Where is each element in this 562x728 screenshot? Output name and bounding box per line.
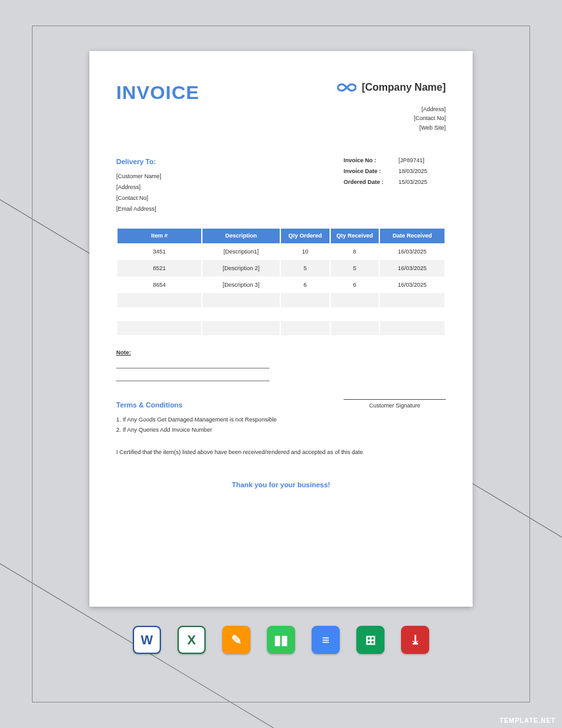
term-item: 1. If Any Goods Get Damaged Management i…	[116, 414, 277, 425]
signature-line	[344, 399, 446, 400]
invoice-page: INVOICE [Company Name] [Address] [Contac…	[89, 51, 473, 607]
table-row: 3451 [Description1] 10 8 16/03/2025	[118, 243, 444, 260]
company-contact: [Contact No]	[337, 114, 446, 123]
note-line	[116, 358, 270, 368]
table-row: 8654 [Description 3] 6 6 16/03/2025	[118, 277, 444, 293]
note-section: Note:	[116, 349, 446, 381]
excel-icon[interactable]: X	[178, 626, 206, 654]
delivery-title: Delivery To:	[116, 155, 162, 169]
table-header-row: Item # Description Qty Ordered Qty Recei…	[118, 229, 444, 243]
meta-value: 18/03/2025	[395, 166, 446, 177]
app-icon-row: WX✎▮▮≡⊞⤓	[0, 626, 562, 654]
word-icon[interactable]: W	[133, 626, 161, 654]
col-qty-received: Qty Received	[331, 229, 379, 243]
meta-value: 15/03/2025	[395, 177, 446, 188]
table-row	[118, 293, 444, 307]
term-item: 2. If Any Queries Add Invoice Number	[116, 425, 277, 435]
meta-label: Invoice No	[344, 155, 395, 166]
signature-block: Customer Signature	[344, 399, 446, 435]
meta-row: Ordered Date 15/03/2025	[344, 177, 446, 188]
pages-icon[interactable]: ✎	[222, 626, 250, 654]
meta-row: Invoice Date 18/03/2025	[344, 166, 446, 177]
terms-title: Terms & Conditions	[116, 399, 277, 412]
customer-address: [Address]	[116, 182, 162, 193]
signature-label: Customer Signature	[344, 402, 446, 409]
gdocs-icon[interactable]: ≡	[312, 626, 340, 654]
table-row	[118, 307, 444, 321]
company-website: [Web Site]	[337, 123, 446, 132]
thank-you: Thank you for your business!	[116, 481, 446, 489]
items-table: Item # Description Qty Ordered Qty Recei…	[116, 229, 446, 335]
header: INVOICE [Company Name] [Address] [Contac…	[116, 82, 446, 132]
gsheets-icon[interactable]: ⊞	[356, 626, 384, 654]
invoice-title: INVOICE	[116, 82, 199, 103]
company-block: [Company Name] [Address] [Contact No] [W…	[337, 82, 446, 132]
company-address: [Address]	[337, 105, 446, 114]
delivery-section: Delivery To: [Customer Name] [Address] […	[116, 155, 446, 215]
company-name: [Company Name]	[361, 82, 446, 93]
invoice-meta: Invoice No [JP89741] Invoice Date 18/03/…	[344, 155, 446, 215]
customer-contact: [Contact No]	[116, 193, 162, 204]
note-line	[116, 371, 270, 381]
table-row: 8521 [Description 2] 5 5 16/03/2025	[118, 260, 444, 277]
infinity-icon	[337, 82, 356, 93]
col-item: Item #	[118, 229, 201, 243]
col-qty-ordered: Qty Ordered	[281, 229, 330, 243]
customer-name: [Customer Name]	[116, 171, 162, 182]
numbers-icon[interactable]: ▮▮	[267, 626, 295, 654]
table-row	[118, 321, 444, 335]
meta-label: Ordered Date	[344, 177, 395, 188]
terms-left: Terms & Conditions 1. If Any Goods Get D…	[116, 399, 277, 435]
customer-email: [Email Address]	[116, 204, 162, 215]
watermark: TEMPLATE.NET	[499, 717, 556, 724]
meta-value: [JP89741]	[395, 155, 446, 166]
col-description: Description	[202, 229, 280, 243]
meta-label: Invoice Date	[344, 166, 395, 177]
meta-row: Invoice No [JP89741]	[344, 155, 446, 166]
company-details: [Address] [Contact No] [Web Site]	[337, 105, 446, 132]
certification-text: I Certified that the item(s) listed abov…	[116, 449, 446, 455]
pdf-icon[interactable]: ⤓	[401, 626, 429, 654]
delivery-to: Delivery To: [Customer Name] [Address] […	[116, 155, 162, 215]
col-date-received: Date Received	[380, 229, 444, 243]
note-label: Note:	[116, 349, 131, 356]
terms-section: Terms & Conditions 1. If Any Goods Get D…	[116, 399, 446, 435]
